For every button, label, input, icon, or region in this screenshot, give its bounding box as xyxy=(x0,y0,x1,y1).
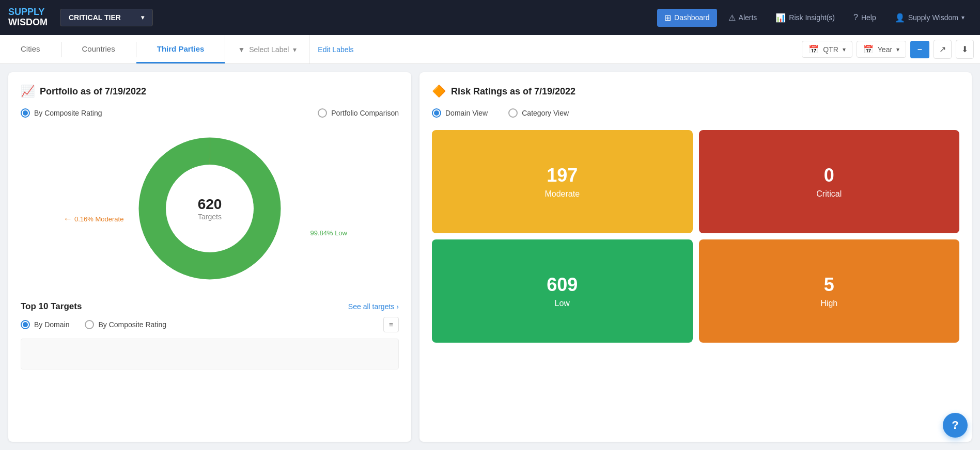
moderate-label: Moderate xyxy=(545,189,580,199)
qtr-label: QTR xyxy=(823,45,838,54)
by-composite-radio[interactable]: By Composite Rating xyxy=(21,108,102,118)
portfolio-comparison-label: Portfolio Comparison xyxy=(331,109,399,117)
navbar: SUPPLY WISDOM CRITICAL TIER ▾ ⊞ Dashboar… xyxy=(0,0,980,35)
tab-bar: Cities Countries Third Parties ▼ Select … xyxy=(0,35,980,64)
chevron-down-icon-sw: ▾ xyxy=(961,14,965,21)
dashboard-icon: ⊞ xyxy=(664,13,671,23)
category-view-radio[interactable]: Category View xyxy=(508,108,569,118)
tab-right-controls: 📅 QTR ▾ 📅 Year ▾ – ↗ ⬇ xyxy=(802,40,980,59)
year-select[interactable]: 📅 Year ▾ xyxy=(857,41,906,58)
help-bubble[interactable]: ? xyxy=(943,413,968,438)
nav-label-alerts: Alerts xyxy=(739,13,757,22)
tab-countries[interactable]: Countries xyxy=(61,35,136,63)
tier-label: CRITICAL TIER xyxy=(69,13,121,22)
logo-wisdom: WISDOM xyxy=(8,18,48,28)
top-targets-header: Top 10 Targets See all targets › xyxy=(21,301,399,312)
download-icon: ⬇ xyxy=(961,45,968,54)
chevron-right-icon: › xyxy=(396,302,399,311)
nav-item-risk-insights[interactable]: 📊 Risk Insight(s) xyxy=(768,9,842,27)
chevron-down-icon-year: ▾ xyxy=(896,46,899,53)
portfolio-panel: 📈 Portfolio as of 7/19/2022 By Composite… xyxy=(8,72,411,442)
chevron-down-icon-label: ▾ xyxy=(293,45,297,54)
see-all-label: See all targets xyxy=(348,302,395,311)
domain-view-label: Domain View xyxy=(445,109,488,117)
by-domain-label: By Domain xyxy=(34,320,69,329)
nav-label-risk: Risk Insight(s) xyxy=(789,13,835,22)
filter-icon: ▼ xyxy=(238,45,245,54)
moderate-count: 197 xyxy=(547,165,578,186)
help-nav-icon: ? xyxy=(853,13,858,22)
high-count: 5 xyxy=(824,274,834,296)
domain-view-radio[interactable]: Domain View xyxy=(432,108,488,118)
by-composite-label: By Composite Rating xyxy=(34,109,102,117)
portfolio-header: 📈 Portfolio as of 7/19/2022 xyxy=(21,85,399,98)
by-composite-targets-label: By Composite Rating xyxy=(98,320,166,329)
edit-labels-text: Edit Labels xyxy=(318,45,353,54)
logo-supply: SUPPLY xyxy=(8,7,48,18)
main-content: 📈 Portfolio as of 7/19/2022 By Composite… xyxy=(0,64,980,450)
chart-icon: 📊 xyxy=(775,13,786,23)
blue-action-button[interactable]: – xyxy=(910,41,929,58)
share-icon: ↗ xyxy=(939,45,946,54)
help-icon: ? xyxy=(952,419,958,432)
by-composite-targets-radio[interactable]: By Composite Rating xyxy=(85,320,166,329)
nav-right: ⊞ Dashboard ⚠ Alerts 📊 Risk Insight(s) ?… xyxy=(657,9,972,27)
radio-composite-indicator xyxy=(21,108,30,118)
tab-third-parties[interactable]: Third Parties xyxy=(136,35,225,63)
calendar-icon-qtr: 📅 xyxy=(808,44,819,54)
moderate-pct-label: 0.16% Moderate xyxy=(74,215,123,223)
filter-button[interactable]: ≡ xyxy=(383,317,399,332)
risk-gear-icon: 🔶 xyxy=(432,85,446,98)
alert-icon: ⚠ xyxy=(728,13,736,23)
risk-tile-critical[interactable]: 0 Critical xyxy=(699,130,960,233)
select-label-button[interactable]: ▼ Select Label ▾ xyxy=(234,45,301,54)
nav-item-help[interactable]: ? Help xyxy=(846,9,883,26)
risk-tile-low[interactable]: 609 Low xyxy=(432,239,693,343)
chevron-down-icon: ▾ xyxy=(141,14,144,21)
tier-dropdown[interactable]: CRITICAL TIER ▾ xyxy=(60,9,153,26)
risk-tile-high[interactable]: 5 High xyxy=(699,239,960,343)
top-targets-filter-row: By Domain By Composite Rating ≡ xyxy=(21,317,399,332)
radio-category-view-indicator xyxy=(508,108,518,118)
nav-item-alerts[interactable]: ⚠ Alerts xyxy=(721,9,765,27)
tab-cities-label: Cities xyxy=(21,44,40,53)
calendar-icon-year: 📅 xyxy=(863,44,874,54)
qtr-select[interactable]: 📅 QTR ▾ xyxy=(802,41,852,58)
share-button[interactable]: ↗ xyxy=(934,40,952,59)
select-label-wrapper: ▼ Select Label ▾ xyxy=(225,35,309,63)
nav-label-sw: Supply Wisdom xyxy=(908,13,958,22)
nav-item-supply-wisdom[interactable]: 👤 Supply Wisdom ▾ xyxy=(888,9,972,27)
year-label: Year xyxy=(878,45,892,54)
download-button[interactable]: ⬇ xyxy=(956,40,974,59)
portfolio-title: Portfolio as of 7/19/2022 xyxy=(40,86,146,97)
donut-center-number: 620 xyxy=(198,196,222,213)
by-domain-radio[interactable]: By Domain xyxy=(21,320,69,329)
risk-ratings-title: Risk Ratings as of 7/19/2022 xyxy=(451,86,575,97)
tab-countries-label: Countries xyxy=(82,44,115,53)
nav-item-dashboard[interactable]: ⊞ Dashboard xyxy=(657,9,717,27)
risk-tile-moderate[interactable]: 197 Moderate xyxy=(432,130,693,233)
minus-icon: – xyxy=(917,45,922,54)
chevron-down-icon-qtr: ▾ xyxy=(843,46,846,53)
high-label: High xyxy=(820,299,837,308)
critical-count: 0 xyxy=(824,165,834,186)
filter-icon-btn: ≡ xyxy=(389,320,393,329)
risk-view-radio-row: Domain View Category View xyxy=(432,108,959,118)
category-view-label: Category View xyxy=(522,109,569,117)
tab-cities[interactable]: Cities xyxy=(0,35,61,63)
radio-comparison-indicator xyxy=(318,108,327,118)
radio-domain-view-indicator xyxy=(432,108,441,118)
see-all-link[interactable]: See all targets › xyxy=(348,302,399,311)
trend-icon: 📈 xyxy=(21,85,35,98)
donut-center: 620 Targets xyxy=(198,196,222,221)
risk-grid: 197 Moderate 0 Critical 609 Low 5 High xyxy=(432,130,959,343)
donut-label-low: 99.84% Low xyxy=(310,229,347,237)
edit-labels-button[interactable]: Edit Labels xyxy=(309,45,362,54)
donut-label-moderate: ← 0.16% Moderate xyxy=(63,214,123,224)
logo: SUPPLY WISDOM xyxy=(8,7,48,28)
donut-center-label: Targets xyxy=(198,213,222,221)
low-label: Low xyxy=(555,299,570,308)
radio-domain-indicator xyxy=(21,320,30,329)
nav-label-dashboard: Dashboard xyxy=(674,13,710,22)
portfolio-comparison-radio[interactable]: Portfolio Comparison xyxy=(318,108,399,118)
